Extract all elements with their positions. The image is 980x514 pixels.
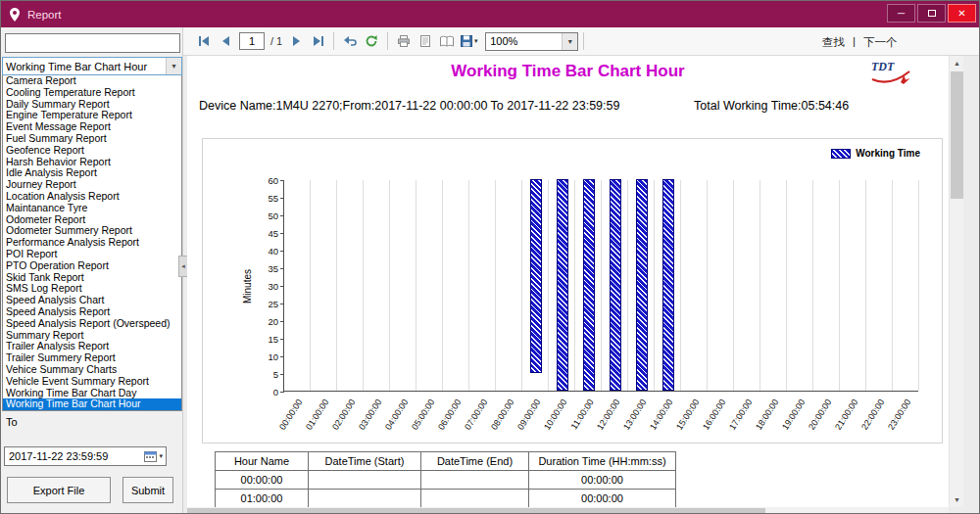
previous-page-button[interactable] — [216, 31, 235, 51]
print-button[interactable] — [394, 31, 414, 51]
hour-table: Hour NameDateTime (Start)DateTime (End)D… — [215, 451, 676, 507]
export-report-button[interactable]: ▾ — [459, 31, 478, 51]
report-list-item[interactable]: Odometer Summery Report — [3, 225, 181, 237]
y-tick-mark — [280, 251, 284, 252]
y-tick-mark — [280, 233, 284, 234]
x-tick-label: 13:00:00 — [621, 397, 648, 432]
report-list-item[interactable]: Skid Tank Report — [3, 272, 181, 284]
report-list-item[interactable]: Camera Report — [3, 75, 181, 87]
table-header-cell: DateTime (End) — [421, 452, 529, 471]
report-list-item[interactable]: POI Report — [3, 249, 181, 260]
page-number-input[interactable] — [239, 32, 265, 50]
report-list-item[interactable]: Working Time Bar Chart Day — [3, 388, 181, 399]
x-tick-label: 04:00:00 — [383, 397, 410, 432]
report-list-item[interactable]: Fuel Summary Report — [3, 133, 181, 145]
report-list-item[interactable]: Geofence Report — [3, 145, 181, 157]
find-next-link[interactable]: 下一个 — [863, 35, 898, 50]
last-page-button[interactable] — [308, 31, 327, 51]
sidebar-collapse-handle[interactable]: ◂ — [178, 256, 187, 277]
find-group: 查找 | 下一个 — [822, 35, 898, 50]
x-tick-label: 18:00:00 — [754, 397, 780, 432]
y-tick-label: 10 — [251, 351, 278, 362]
report-filter-input[interactable] — [5, 33, 180, 53]
report-list-item[interactable]: Summary Report — [3, 330, 181, 342]
x-tick-label: 10:00:00 — [542, 397, 568, 432]
report-list-item[interactable]: Idle Analysis Report — [3, 167, 181, 179]
table-cell: 00:00:00 — [216, 471, 309, 490]
y-tick-label: 60 — [251, 175, 278, 186]
minimize-icon: ─ — [898, 9, 905, 19]
y-tick-mark — [280, 392, 284, 393]
report-list-item[interactable]: Odometer Report — [3, 214, 181, 226]
report-list-item[interactable]: Engine Temperature Report — [3, 110, 181, 121]
submit-button[interactable]: Submit — [122, 477, 173, 503]
print-layout-button[interactable] — [416, 31, 435, 51]
vertical-scrollbar-thumb[interactable] — [951, 71, 963, 199]
gridline — [521, 180, 522, 391]
gridline — [601, 180, 602, 391]
x-tick-label: 09:00:00 — [515, 397, 542, 432]
export-file-button[interactable]: Export File — [7, 477, 111, 503]
gridline — [654, 180, 655, 391]
zoom-dropdown[interactable]: 100% ▾ — [485, 32, 578, 51]
report-list-item[interactable]: PTO Operation Report — [3, 260, 181, 272]
report-list-item[interactable]: SMS Log Report — [3, 283, 181, 295]
y-tick-label: 40 — [251, 246, 278, 257]
page-setup-button[interactable] — [437, 31, 457, 51]
minimize-button[interactable]: ─ — [887, 4, 915, 23]
maximize-button[interactable] — [917, 4, 946, 23]
gridline — [363, 180, 364, 391]
report-list-item[interactable]: Vehicle Event Summary Report — [3, 376, 181, 388]
report-type-dropdown[interactable]: Working Time Bar Chart Hour ▾ — [2, 57, 182, 75]
x-tick-label: 20:00:00 — [807, 397, 833, 432]
vertical-scrollbar[interactable]: ▲ ▼ — [949, 56, 963, 507]
x-tick-label: 16:00:00 — [701, 397, 727, 432]
report-list-item[interactable]: Speed Analysis Chart — [3, 295, 181, 306]
close-button[interactable]: ✕ — [948, 4, 976, 23]
next-page-button[interactable] — [286, 31, 306, 51]
back-button[interactable] — [340, 31, 360, 51]
title-bar: Report ─ ✕ — [1, 1, 979, 27]
scroll-down-arrow[interactable]: ▼ — [950, 492, 964, 507]
x-tick-label: 15:00:00 — [674, 397, 701, 432]
y-tick-mark — [280, 268, 284, 269]
date-picker[interactable]: 2017-11-22 23:59:59 ▾ — [4, 446, 167, 466]
horizontal-scrollbar-thumb[interactable] — [187, 508, 765, 514]
gridline — [680, 180, 681, 391]
table-cell: 00:00:00 — [529, 471, 676, 490]
report-list-item[interactable]: Trailer Analysis Report — [3, 341, 181, 352]
report-list-item[interactable]: Trailer Summery Report — [3, 352, 181, 364]
report-list-item[interactable]: Event Message Report — [3, 121, 181, 133]
report-list-item[interactable]: Location Analysis Report — [3, 191, 181, 203]
chevron-down-icon: ▾ — [474, 37, 478, 45]
legend-label: Working Time — [856, 148, 920, 159]
working-time-bar — [583, 179, 595, 391]
report-list-item[interactable]: Maintanance Tyre — [3, 203, 181, 214]
report-list-item[interactable]: Performance Analysis Report — [3, 237, 181, 249]
report-list-item[interactable]: Cooling Temperature Report — [3, 87, 181, 99]
report-list-item[interactable]: Vehice Summary Charts — [3, 364, 181, 376]
table-cell — [421, 471, 529, 490]
refresh-button[interactable] — [362, 31, 381, 51]
brand-logo: TDT — [868, 58, 913, 91]
report-list-item[interactable]: Journey Report — [3, 179, 181, 191]
report-list-item[interactable]: Daily Summary Report — [3, 99, 181, 111]
scroll-up-arrow[interactable]: ▲ — [950, 56, 964, 70]
report-list-item[interactable]: Speed Analysis Report (Overspeed) — [3, 318, 181, 330]
back-arrow-icon — [343, 35, 357, 47]
gridline — [627, 180, 628, 391]
calendar-button[interactable]: ▾ — [144, 450, 166, 462]
x-tick-label: 02:00:00 — [330, 397, 357, 432]
gridline — [389, 180, 390, 391]
report-list-item[interactable]: Speed Analysis Report — [3, 306, 181, 318]
previous-page-icon — [220, 35, 232, 47]
x-tick-label: 14:00:00 — [648, 397, 674, 432]
first-page-button[interactable] — [194, 31, 214, 51]
report-list-item[interactable]: Working Time Bar Chart Hour — [3, 398, 181, 410]
x-tick-label: 00:00:00 — [277, 397, 304, 432]
find-link[interactable]: 查找 — [822, 35, 845, 50]
horizontal-scrollbar[interactable] — [187, 507, 949, 514]
gridline — [839, 180, 840, 391]
report-list-item[interactable]: Harsh Behavior Report — [3, 157, 181, 168]
zoom-value: 100% — [490, 35, 517, 47]
